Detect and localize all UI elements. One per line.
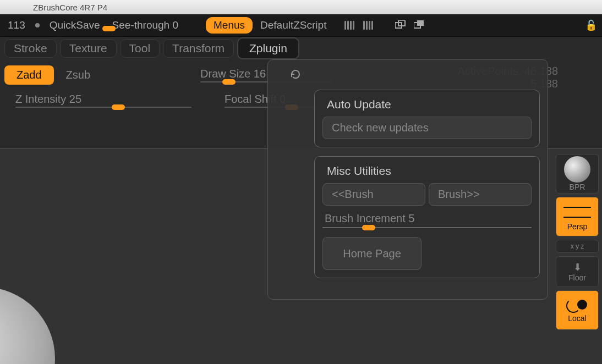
- persp-button[interactable]: Persp: [556, 197, 599, 236]
- next-brush-button[interactable]: Brush>>: [429, 183, 532, 206]
- zsub-toggle[interactable]: Zsub: [58, 65, 98, 85]
- field-value[interactable]: 113: [3, 19, 30, 31]
- menu-texture[interactable]: Texture: [60, 39, 117, 58]
- svg-rect-3: [417, 20, 424, 26]
- check-updates-button[interactable]: Check new updates: [322, 117, 532, 139]
- save-layout-icon[interactable]: [412, 19, 428, 32]
- menu-stroke[interactable]: Stroke: [4, 39, 57, 58]
- perspective-icon: [563, 202, 591, 222]
- menu-bar: Stroke Texture Tool Transform Zplugin: [0, 36, 602, 59]
- menus-toggle[interactable]: Menus: [206, 17, 253, 34]
- misc-utilities-card: Misc Utilities <<Brush Brush>> Brush Inc…: [314, 156, 540, 278]
- refresh-icon[interactable]: [290, 69, 302, 81]
- lock-icon[interactable]: 🔓: [583, 19, 599, 32]
- down-arrow-icon: ⬇: [573, 261, 582, 273]
- sculpt-mesh[interactable]: [0, 287, 55, 364]
- bpr-button[interactable]: BPR: [556, 154, 599, 194]
- home-page-button[interactable]: Home Page: [322, 237, 422, 270]
- slider-thumb[interactable]: [362, 225, 375, 230]
- top-toolbar: 113 QuickSave See-through 0 Menus Defaul…: [0, 14, 602, 36]
- menu-transform[interactable]: Transform: [163, 39, 234, 58]
- auto-update-heading: Auto Update: [322, 98, 532, 111]
- divider-dot: [35, 23, 40, 27]
- slider-thumb[interactable]: [112, 104, 125, 110]
- right-shelf-icon[interactable]: [360, 19, 376, 32]
- app-title: ZBrushCore 4R7 P4: [33, 3, 107, 12]
- window-titlebar: ZBrushCore 4R7 P4: [0, 0, 602, 14]
- local-button[interactable]: Local: [556, 290, 599, 330]
- menu-zplugin[interactable]: Zplugin: [237, 37, 299, 59]
- left-shelf-icon[interactable]: [342, 19, 357, 32]
- seethrough-slider[interactable]: See-through 0: [108, 19, 183, 31]
- sphere-icon: [564, 156, 590, 183]
- floor-button[interactable]: ⬇ Floor: [556, 256, 599, 287]
- slider-thumb[interactable]: [222, 79, 236, 85]
- local-icon: [566, 297, 588, 314]
- zplugin-panel: Auto Update Check new updates Misc Utili…: [267, 59, 548, 300]
- z-intensity-slider[interactable]: Z Intensity 25: [15, 93, 191, 108]
- menu-tool[interactable]: Tool: [120, 39, 160, 58]
- slider-thumb[interactable]: [102, 26, 116, 31]
- zadd-toggle[interactable]: Zadd: [4, 65, 54, 85]
- restore-layout-icon[interactable]: [393, 19, 409, 32]
- quicksave-button[interactable]: QuickSave: [45, 19, 105, 31]
- auto-update-card: Auto Update Check new updates: [314, 90, 540, 147]
- prev-brush-button[interactable]: <<Brush: [322, 183, 425, 206]
- brush-increment-label: Brush Increment 5: [325, 212, 532, 225]
- brush-increment-slider[interactable]: [322, 227, 532, 228]
- xyz-toggle[interactable]: x y z: [556, 240, 599, 253]
- defaultzscript-button[interactable]: DefaultZScript: [256, 19, 331, 31]
- misc-heading: Misc Utilities: [322, 164, 532, 178]
- right-dock: BPR Persp x y z ⬇ Floor Local: [556, 154, 599, 330]
